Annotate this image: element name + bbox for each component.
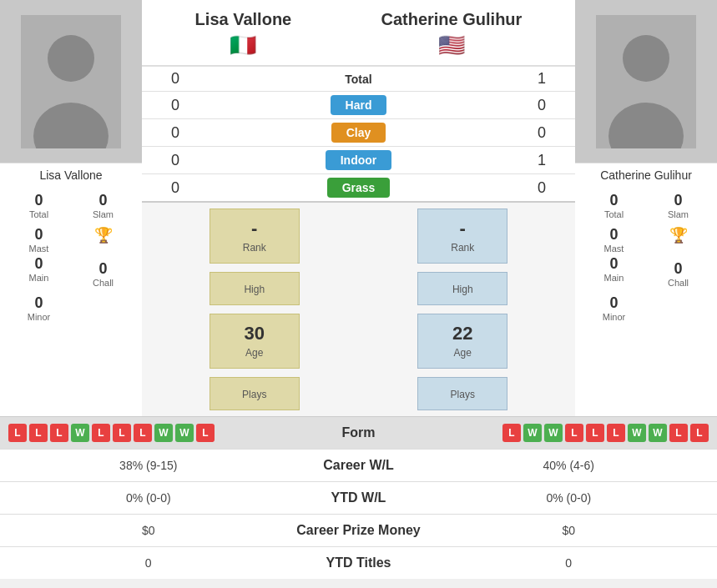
right-minor-num: 0 xyxy=(583,294,644,312)
cg-rank-value: - xyxy=(422,218,503,239)
right-chall-item: 0 Chall xyxy=(646,257,710,291)
total-row: 0 Total 1 xyxy=(142,66,575,91)
right-minor-item: 0 Minor xyxy=(582,291,646,325)
svg-point-1 xyxy=(48,35,94,82)
ytd-titles-row: 0 YTD Titles 0 xyxy=(0,546,717,579)
right-slam-label: Slam xyxy=(648,209,709,219)
hard-badge: Hard xyxy=(331,95,387,115)
left-total-label: Total xyxy=(8,209,69,219)
form-badge-l: L xyxy=(29,424,48,442)
right-grass: 0 xyxy=(508,179,575,197)
left-ytd-wl: 0% (0-0) xyxy=(13,491,284,505)
left-trophy-item: 🏆 xyxy=(71,223,135,257)
lv-cards: - Rank High 30 Age Plays xyxy=(150,206,359,413)
right-mast-num: 0 xyxy=(583,226,644,244)
form-badge-l: L xyxy=(113,424,131,442)
career-prize-label: Career Prize Money xyxy=(284,523,434,538)
left-flag: 🇮🇹 xyxy=(195,33,292,58)
clay-badge: Clay xyxy=(331,123,386,143)
right-hard: 0 xyxy=(508,97,575,114)
cg-high-card: High xyxy=(417,272,507,305)
cg-plays-label: Plays xyxy=(451,389,475,400)
left-name-block: Lisa Vallone 🇮🇹 xyxy=(195,10,292,58)
form-badge-l: L xyxy=(92,424,110,442)
names-row: Lisa Vallone 🇮🇹 Catherine Gulihur 🇺🇸 xyxy=(142,0,575,58)
left-career-wl: 38% (9-15) xyxy=(13,459,284,472)
lv-age-label: Age xyxy=(245,347,263,359)
right-main-num: 0 xyxy=(583,255,644,273)
left-player-photo xyxy=(0,0,142,163)
right-chall-label: Chall xyxy=(648,278,709,288)
main-container: Lisa Vallone 0 Total 0 Slam 0 Mast 🏆 xyxy=(0,0,717,588)
right-name-display: Catherine Gulihur xyxy=(381,10,522,29)
lv-rank-value: - xyxy=(214,218,295,239)
form-badge-w: W xyxy=(154,424,173,442)
left-slam-num: 0 xyxy=(73,192,134,209)
left-main-label: Main xyxy=(8,273,69,283)
lv-high-card: High xyxy=(210,272,300,305)
form-badge-l: L xyxy=(690,424,709,442)
left-chall-label: Chall xyxy=(73,278,134,288)
right-main-item: 0 Main xyxy=(582,252,646,291)
ytd-wl-row: 0% (0-0) YTD W/L 0% (0-0) xyxy=(0,481,717,514)
left-form-badges: LLLWLLLWWL xyxy=(8,424,317,442)
right-ytd-titles: 0 xyxy=(434,556,704,570)
grass-badge: Grass xyxy=(327,178,391,198)
form-label: Form xyxy=(317,425,401,440)
form-badge-w: W xyxy=(649,424,667,442)
right-ytd-wl: 0% (0-0) xyxy=(434,491,704,505)
top-section: Lisa Vallone 0 Total 0 Slam 0 Mast 🏆 xyxy=(0,0,717,416)
right-indoor: 1 xyxy=(508,152,575,169)
form-badge-w: W xyxy=(523,424,542,442)
lv-age-card: 30 Age xyxy=(210,314,300,369)
left-indoor: 0 xyxy=(142,152,209,169)
grass-label-container: Grass xyxy=(209,178,508,198)
left-minor-num: 0 xyxy=(8,294,69,312)
right-player-name: Catherine Gulihur xyxy=(575,163,717,185)
left-prize: $0 xyxy=(13,524,284,537)
right-main-label: Main xyxy=(583,273,644,283)
right-slam-item: 0 Slam xyxy=(646,188,710,223)
left-hard: 0 xyxy=(142,97,209,114)
clay-label-container: Clay xyxy=(209,123,508,143)
cg-rank-label: Rank xyxy=(451,242,474,254)
left-total-match: 0 xyxy=(142,70,209,88)
right-trophy-icon: 🏆 xyxy=(669,227,688,244)
left-main-num: 0 xyxy=(8,255,69,273)
form-badge-l: L xyxy=(50,424,68,442)
left-ytd-titles: 0 xyxy=(13,556,284,570)
form-badge-w: W xyxy=(71,424,89,442)
form-badge-l: L xyxy=(586,424,604,442)
left-chall-num: 0 xyxy=(73,260,134,278)
form-badge-w: W xyxy=(628,424,646,442)
cg-age-card: 22 Age xyxy=(417,314,507,369)
match-stats: 0 Total 1 0 Hard 0 0 xyxy=(142,65,575,201)
lv-plays-label: Plays xyxy=(242,389,266,400)
form-badge-w: W xyxy=(544,424,563,442)
ytd-titles-label: YTD Titles xyxy=(284,555,434,570)
career-wl-row: 38% (9-15) Career W/L 40% (4-6) xyxy=(0,449,717,481)
hard-label-container: Hard xyxy=(209,95,508,115)
lv-rank-card: - Rank xyxy=(210,209,300,264)
right-career-wl: 40% (4-6) xyxy=(434,459,704,472)
right-trophy-item: 🏆 xyxy=(646,223,710,257)
form-badge-l: L xyxy=(134,424,152,442)
left-name-display: Lisa Vallone xyxy=(195,10,292,29)
right-total-match: 1 xyxy=(508,70,575,88)
right-name-block: Catherine Gulihur 🇺🇸 xyxy=(381,10,522,58)
hard-row: 0 Hard 0 xyxy=(142,91,575,118)
right-player-photo xyxy=(575,0,717,163)
right-chall-num: 0 xyxy=(648,260,709,278)
stats-table: 38% (9-15) Career W/L 40% (4-6) 0% (0-0)… xyxy=(0,449,717,579)
right-clay: 0 xyxy=(508,124,575,142)
left-clay: 0 xyxy=(142,124,209,142)
indoor-badge: Indoor xyxy=(326,150,392,170)
left-slam-label: Slam xyxy=(73,209,134,219)
form-badge-l: L xyxy=(607,424,625,442)
right-stats-grid: 0 Total 0 Slam 0 Mast 🏆 0 Main xyxy=(575,185,717,329)
total-label: Total xyxy=(209,72,508,87)
left-minor-item: 0 Minor xyxy=(7,291,71,325)
right-minor-label: Minor xyxy=(583,312,644,322)
left-minor-label: Minor xyxy=(8,312,69,322)
form-badge-l: L xyxy=(8,424,27,442)
